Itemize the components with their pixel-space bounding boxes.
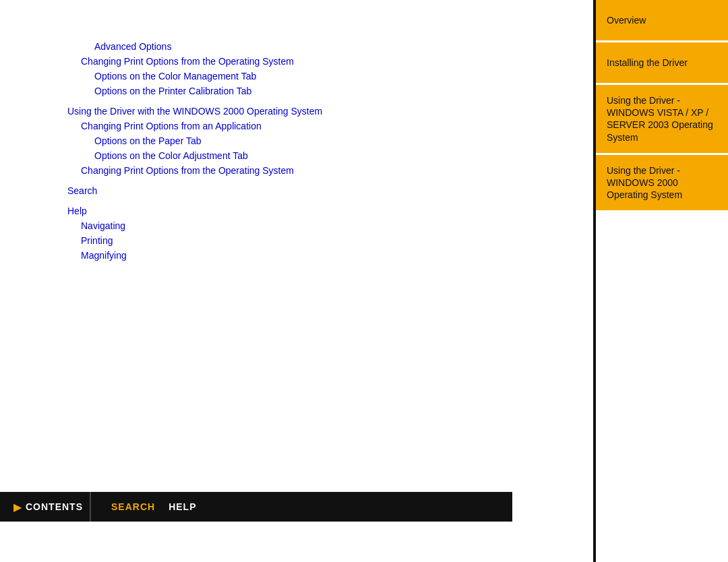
options-color-management-link[interactable]: Options on the Color Management Tab <box>67 71 256 82</box>
content-area: Advanced Options Changing Print Options … <box>0 0 593 562</box>
list-item: Printing <box>67 235 566 247</box>
sidebar-installing-label: Installing the Driver <box>607 57 688 69</box>
list-item: Using the Driver with the WINDOWS 2000 O… <box>67 105 566 117</box>
printing-link[interactable]: Printing <box>67 235 113 246</box>
sidebar-item-overview[interactable]: Overview <box>596 0 728 40</box>
main-container: Advanced Options Changing Print Options … <box>0 0 728 562</box>
options-printer-calibration-link[interactable]: Options on the Printer Calibration Tab <box>67 86 251 96</box>
sidebar-overview-label: Overview <box>607 14 646 26</box>
list-item: Options on the Color Adjustment Tab <box>67 150 566 162</box>
contents-label: CONTENTS <box>26 501 83 512</box>
right-sidebar: Overview Installing the Driver Using the… <box>593 0 728 562</box>
advanced-options-link[interactable]: Advanced Options <box>67 41 171 52</box>
options-paper-tab-link[interactable]: Options on the Paper Tab <box>67 135 202 146</box>
changing-print-app-link[interactable]: Changing Print Options from an Applicati… <box>67 121 262 131</box>
sidebar-vista-label: Using the Driver - WINDOWS VISTA / XP / … <box>607 94 717 144</box>
changing-print-os-link[interactable]: Changing Print Options from the Operatin… <box>67 56 294 67</box>
list-item: Changing Print Options from an Applicati… <box>67 120 566 132</box>
sidebar-win2000-label: Using the Driver - WINDOWS 2000 Operatin… <box>607 164 717 201</box>
list-item: Advanced Options <box>67 40 566 53</box>
list-item: Magnifying <box>67 249 566 261</box>
list-item: Changing Print Options from the Operatin… <box>67 55 566 67</box>
list-item: Changing Print Options from the Operatin… <box>67 164 566 177</box>
arrow-icon: ▶ <box>13 501 22 513</box>
magnifying-link[interactable]: Magnifying <box>67 250 127 261</box>
list-item: Options on the Color Management Tab <box>67 70 566 82</box>
list-item: Search <box>67 185 566 197</box>
search-button[interactable]: SEARCH <box>111 501 155 512</box>
list-item: Options on the Printer Calibration Tab <box>67 85 566 97</box>
navigating-link[interactable]: Navigating <box>67 220 125 231</box>
using-driver-win2000-link[interactable]: Using the Driver with the WINDOWS 2000 O… <box>67 106 322 117</box>
bottom-bar: ▶ CONTENTS SEARCH HELP <box>0 492 512 522</box>
sidebar-item-win2000[interactable]: Using the Driver - WINDOWS 2000 Operatin… <box>596 155 728 211</box>
list-item: Navigating <box>67 220 566 232</box>
toc-list: Advanced Options Changing Print Options … <box>67 40 566 261</box>
sidebar-item-installing[interactable]: Installing the Driver <box>596 42 728 83</box>
bar-divider <box>90 492 91 522</box>
options-color-adjustment-link[interactable]: Options on the Color Adjustment Tab <box>67 150 248 161</box>
help-button[interactable]: HELP <box>169 501 196 512</box>
help-link[interactable]: Help <box>67 206 87 216</box>
contents-button[interactable]: ▶ CONTENTS <box>13 501 83 513</box>
list-item: Options on the Paper Tab <box>67 135 566 147</box>
search-link[interactable]: Search <box>67 185 97 196</box>
sidebar-item-vista[interactable]: Using the Driver - WINDOWS VISTA / XP / … <box>596 85 728 153</box>
changing-print-os2-link[interactable]: Changing Print Options from the Operatin… <box>67 165 294 176</box>
list-item: Help <box>67 205 566 217</box>
